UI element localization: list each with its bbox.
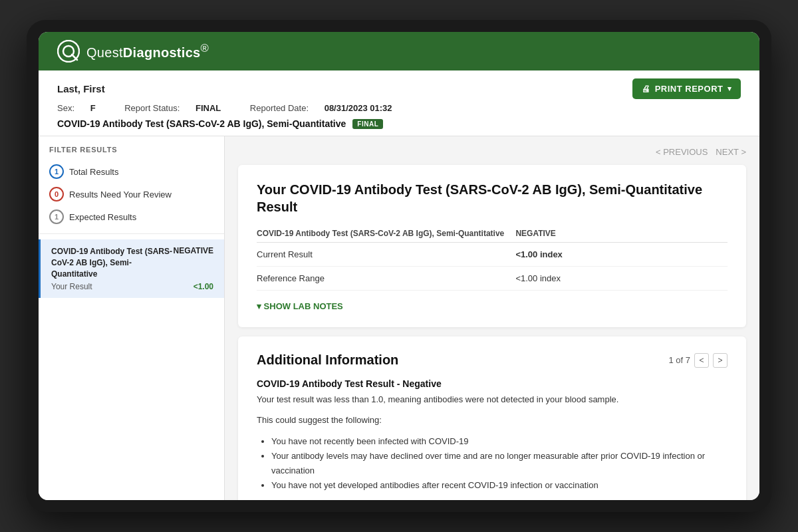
filter-total-results[interactable]: 1 Total Results — [39, 160, 224, 183]
filter-label: FILTER RESULTS — [39, 146, 224, 160]
result-test-name: COVID-19 Antibody Test (SARS-CoV-2 AB Ig… — [51, 246, 174, 279]
chevron-down-icon: ▾ — [728, 84, 732, 93]
your-result-value: <1.00 — [194, 282, 213, 291]
expected-results-badge: 1 — [49, 209, 64, 224]
your-result-label: Your Result — [51, 282, 92, 291]
sidebar: FILTER RESULTS 1 Total Results 0 Results… — [39, 136, 225, 500]
patient-bar: Last, First 🖨 PRINT REPORT ▾ Sex: F Repo… — [39, 70, 759, 136]
needs-review-label: Results Need Your Review — [69, 190, 172, 200]
logo-text: QuestDiagnostics® — [86, 42, 209, 61]
list-item: Your antibody levels may have declined o… — [271, 449, 728, 478]
table-col2-header: NEGATIVE — [515, 229, 728, 243]
sidebar-result-item[interactable]: COVID-19 Antibody Test (SARS-CoV-2 AB Ig… — [39, 239, 224, 298]
reference-range-label: Reference Range — [257, 267, 515, 291]
logo-area: QuestDiagnostics® — [57, 40, 209, 63]
result-card-title: Your COVID-19 Antibody Test (SARS-CoV-2 … — [257, 181, 728, 215]
patient-name: Last, First — [57, 83, 105, 94]
additional-suggestion: This could suggest the following: — [257, 414, 728, 428]
table-row: Current Result <1.00 index — [257, 243, 728, 267]
test-title-row: COVID-19 Antibody Test (SARS-CoV-2 AB Ig… — [57, 118, 741, 136]
patient-meta: Sex: F Report Status: FINAL Reported Dat… — [57, 103, 741, 113]
filter-needs-review[interactable]: 0 Results Need Your Review — [39, 183, 224, 205]
additional-info-title: Additional Information — [257, 352, 398, 368]
result-status: NEGATIVE — [174, 246, 213, 255]
table-row: Reference Range <1.00 index — [257, 267, 728, 291]
current-result-label: Current Result — [257, 243, 515, 267]
total-results-label: Total Results — [69, 167, 118, 177]
next-button[interactable]: NEXT > — [716, 147, 746, 157]
final-badge: FINAL — [352, 119, 383, 129]
content-panel: < PREVIOUS NEXT > Your COVID-19 Antibody… — [225, 136, 759, 500]
pagination-next-button[interactable]: > — [713, 353, 728, 368]
filter-expected-results[interactable]: 1 Expected Results — [39, 205, 224, 228]
expected-results-label: Expected Results — [69, 212, 136, 222]
print-report-button[interactable]: 🖨 PRINT REPORT ▾ — [632, 78, 741, 99]
result-table: COVID-19 Antibody Test (SARS-CoV-2 AB Ig… — [257, 229, 728, 291]
pagination-controls: 1 of 7 < > — [668, 353, 728, 368]
quest-logo-icon — [57, 40, 80, 63]
screen: QuestDiagnostics® Last, First 🖨 PRINT RE… — [39, 32, 759, 500]
bullet-list: You have not recently been infected with… — [257, 434, 728, 493]
current-result-value: <1.00 index — [515, 243, 728, 267]
previous-button[interactable]: < PREVIOUS — [656, 147, 708, 157]
additional-info-card: Additional Information 1 of 7 < > COVID-… — [238, 336, 746, 500]
show-lab-notes-button[interactable]: ▾ SHOW LAB NOTES — [257, 301, 343, 311]
device-frame: QuestDiagnostics® Last, First 🖨 PRINT RE… — [27, 20, 771, 512]
printer-icon: 🖨 — [642, 84, 651, 94]
reference-range-value: <1.00 index — [515, 267, 728, 291]
additional-description: Your test result was less than 1.0, mean… — [257, 393, 728, 407]
needs-review-badge: 0 — [49, 187, 64, 201]
app-header: QuestDiagnostics® — [39, 32, 759, 70]
list-item: You have not yet developed antibodies af… — [271, 478, 728, 493]
test-main-title: COVID-19 Antibody Test (SARS-CoV-2 AB Ig… — [57, 118, 346, 129]
pagination-text: 1 of 7 — [668, 355, 690, 365]
list-item: You have not recently been infected with… — [271, 434, 728, 449]
table-col1-header: COVID-19 Antibody Test (SARS-CoV-2 AB Ig… — [257, 229, 515, 243]
main-content: FILTER RESULTS 1 Total Results 0 Results… — [39, 136, 759, 500]
additional-info-header: Additional Information 1 of 7 < > — [257, 352, 728, 368]
pagination-prev-button[interactable]: < — [694, 353, 709, 368]
nav-row: < PREVIOUS NEXT > — [238, 147, 746, 157]
sidebar-divider — [39, 233, 224, 234]
total-results-badge: 1 — [49, 164, 64, 179]
result-card: Your COVID-19 Antibody Test (SARS-CoV-2 … — [238, 165, 746, 327]
additional-subtitle: COVID-19 Antibody Test Result - Negative — [257, 378, 728, 389]
